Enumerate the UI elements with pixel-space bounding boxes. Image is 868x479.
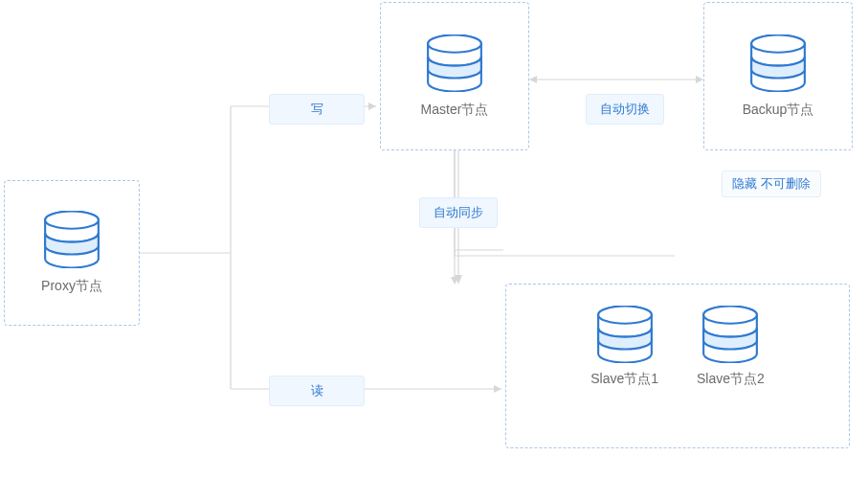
badge-read: 读 bbox=[269, 376, 365, 406]
slaves-group: Slave节点1 Slave节点2 bbox=[505, 284, 850, 448]
badge-write: 写 bbox=[269, 94, 365, 125]
node-slave2-label: Slave节点2 bbox=[697, 371, 765, 388]
node-slave1: Slave节点1 bbox=[590, 306, 658, 388]
node-slave1-label: Slave节点1 bbox=[590, 371, 658, 388]
node-proxy-label: Proxy节点 bbox=[41, 278, 102, 295]
database-icon bbox=[749, 34, 807, 92]
node-backup-label: Backup节点 bbox=[743, 102, 814, 119]
database-icon bbox=[701, 306, 759, 363]
node-proxy: Proxy节点 bbox=[4, 180, 140, 326]
svg-marker-6 bbox=[529, 76, 537, 83]
node-backup: Backup节点 bbox=[703, 2, 853, 150]
badge-failover: 自动切换 bbox=[586, 94, 664, 125]
database-icon bbox=[596, 306, 654, 363]
svg-marker-5 bbox=[494, 385, 501, 393]
database-icon bbox=[426, 34, 483, 92]
svg-marker-7 bbox=[696, 76, 703, 83]
svg-marker-9 bbox=[455, 275, 462, 285]
connector-master-backup bbox=[529, 72, 703, 91]
badge-autosync: 自动同步 bbox=[419, 197, 498, 228]
node-master-label: Master节点 bbox=[421, 102, 489, 119]
node-slave2: Slave节点2 bbox=[697, 306, 765, 388]
note-hidden-nodelete: 隐藏 不可删除 bbox=[722, 171, 821, 197]
node-master: Master节点 bbox=[380, 2, 529, 150]
svg-marker-4 bbox=[368, 103, 376, 110]
database-icon bbox=[43, 211, 100, 268]
